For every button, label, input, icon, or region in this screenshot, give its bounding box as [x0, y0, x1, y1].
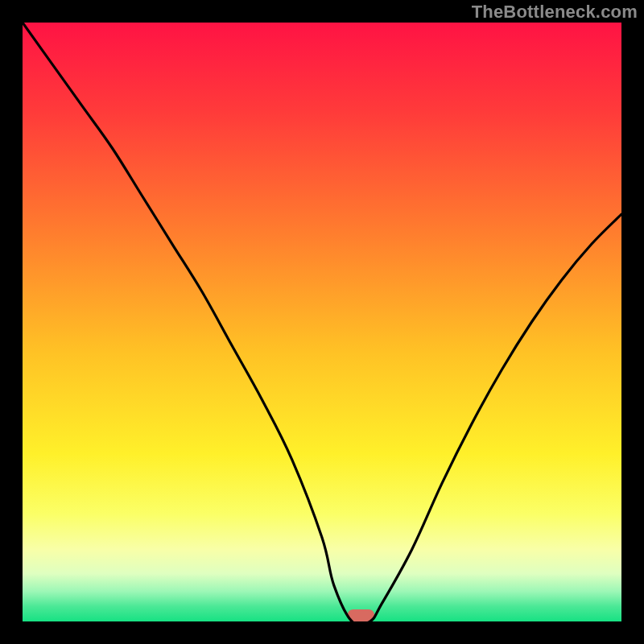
- curve-layer: [23, 23, 621, 621]
- watermark-text: TheBottleneck.com: [472, 2, 638, 23]
- plot-area: [23, 23, 621, 621]
- bottleneck-curve: [23, 23, 621, 621]
- chart-frame: TheBottleneck.com: [0, 0, 644, 644]
